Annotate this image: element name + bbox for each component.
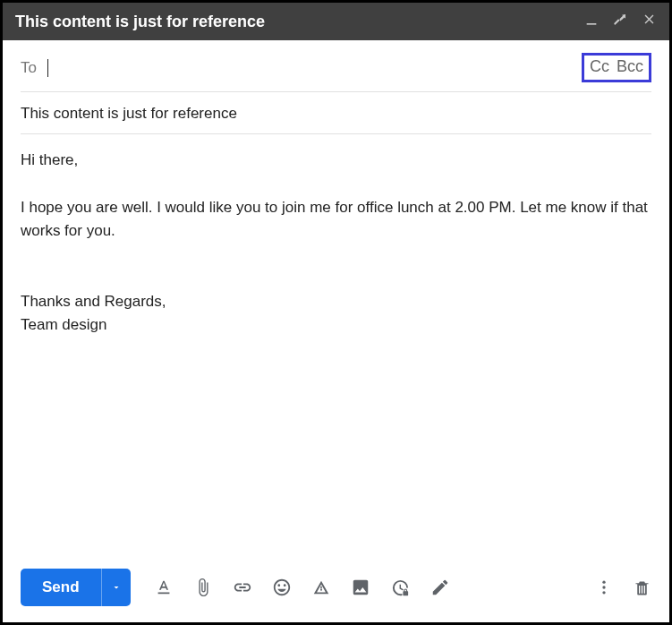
body-greeting: Hi there, bbox=[21, 149, 651, 172]
to-label: To bbox=[21, 59, 37, 77]
body-signoff-2: Team design bbox=[21, 313, 651, 337]
formatting-icons bbox=[154, 578, 450, 598]
subject-text: This content is just for reference bbox=[21, 105, 237, 122]
expand-icon[interactable] bbox=[613, 13, 627, 31]
send-button-group: Send bbox=[21, 569, 131, 606]
minimize-icon[interactable] bbox=[584, 13, 599, 31]
smiley-icon[interactable] bbox=[272, 578, 292, 597]
window-controls bbox=[584, 12, 657, 31]
cc-bcc-highlight: Cc Bcc bbox=[582, 53, 651, 82]
svg-rect-4 bbox=[320, 586, 321, 589]
pen-icon[interactable] bbox=[430, 578, 450, 597]
text-format-icon[interactable] bbox=[154, 578, 174, 597]
send-button[interactable]: Send bbox=[21, 569, 101, 606]
svg-rect-0 bbox=[587, 23, 597, 25]
right-icons bbox=[595, 578, 651, 597]
svg-point-6 bbox=[602, 586, 605, 588]
body-signoff-1: Thanks and Regards, bbox=[21, 290, 651, 313]
message-body[interactable]: Hi there, I hope you are well. I would l… bbox=[21, 134, 651, 556]
cc-button[interactable]: Cc bbox=[590, 57, 609, 76]
recipients-row: To Cc Bcc bbox=[21, 40, 651, 92]
close-icon[interactable] bbox=[642, 12, 657, 31]
drive-triangle-icon[interactable] bbox=[311, 578, 331, 597]
clock-lock-icon[interactable] bbox=[390, 578, 411, 598]
image-icon[interactable] bbox=[351, 578, 370, 597]
compose-toolbar: Send bbox=[3, 556, 669, 622]
bcc-button[interactable]: Bcc bbox=[617, 57, 643, 76]
svg-point-3 bbox=[320, 589, 322, 591]
window-titlebar: This content is just for reference bbox=[3, 3, 669, 40]
body-paragraph: I hope you are well. I would like you to… bbox=[21, 196, 651, 244]
svg-point-7 bbox=[602, 591, 605, 594]
link-icon[interactable] bbox=[233, 578, 252, 597]
to-input[interactable] bbox=[48, 57, 582, 79]
compose-area: To Cc Bcc This content is just for refer… bbox=[3, 40, 669, 556]
send-options-button[interactable] bbox=[101, 569, 131, 606]
kebab-icon[interactable] bbox=[595, 578, 613, 596]
subject-row[interactable]: This content is just for reference bbox=[21, 92, 651, 134]
paperclip-icon[interactable] bbox=[193, 578, 213, 597]
trash-icon[interactable] bbox=[633, 578, 651, 597]
svg-point-5 bbox=[602, 581, 605, 584]
window-title: This content is just for reference bbox=[15, 13, 584, 31]
